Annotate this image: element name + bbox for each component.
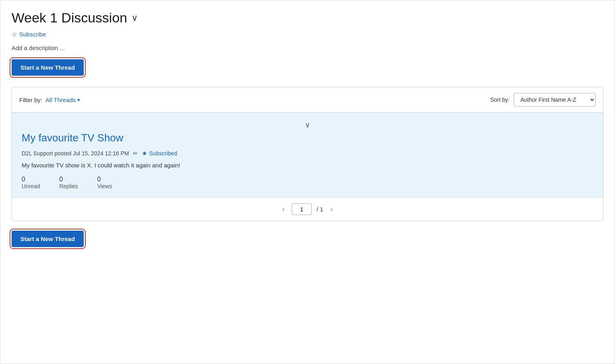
thread-collapse-row: ∨ bbox=[22, 121, 593, 129]
filter-sort-bar: Filter by: All Threads ▾ Sort by: Author… bbox=[12, 87, 603, 113]
subscribe-row: ☆ Subscribe bbox=[12, 30, 603, 38]
page-title-row: Week 1 Discussion ∨ bbox=[12, 10, 603, 26]
thread-title[interactable]: My favourite TV Show bbox=[22, 132, 593, 144]
next-page-button[interactable]: › bbox=[328, 204, 335, 214]
subscribed-label: Subscribed bbox=[149, 150, 177, 157]
views-label: Views bbox=[97, 183, 112, 189]
filter-by-row: Filter by: All Threads ▾ bbox=[19, 97, 80, 103]
thread-posted-text: posted Jul 15, 2024 12:16 PM bbox=[54, 150, 129, 157]
page-total: / 1 bbox=[317, 206, 323, 213]
unread-label: Unread bbox=[22, 183, 40, 189]
thread-collapse-icon[interactable]: ∨ bbox=[305, 121, 310, 129]
sort-by-row: Sort by: Author First Name A-Z Author Fi… bbox=[490, 93, 596, 107]
sort-label: Sort by: bbox=[490, 97, 510, 103]
new-thread-button-top[interactable]: Start a New Thread bbox=[12, 59, 84, 76]
description-text: Add a description ... bbox=[12, 44, 603, 51]
author-name: D2L Support bbox=[22, 150, 53, 157]
subscribed-badge[interactable]: ★ Subscribed bbox=[142, 150, 177, 157]
replies-stat: 0 Replies bbox=[59, 176, 78, 189]
all-threads-dropdown[interactable]: All Threads ▾ bbox=[46, 97, 81, 103]
thread-stats: 0 Unread 0 Replies 0 Views bbox=[22, 176, 593, 189]
star-outline-icon: ☆ bbox=[12, 30, 17, 38]
all-threads-label: All Threads bbox=[46, 97, 76, 103]
replies-label: Replies bbox=[59, 183, 78, 189]
unread-stat: 0 Unread bbox=[22, 176, 40, 189]
thread-list-container: Filter by: All Threads ▾ Sort by: Author… bbox=[12, 87, 603, 221]
star-filled-icon: ★ bbox=[142, 150, 147, 157]
filter-chevron-down-icon: ▾ bbox=[77, 97, 80, 103]
page-container: Week 1 Discussion ∨ ☆ Subscribe Add a de… bbox=[0, 0, 615, 364]
title-chevron-down-icon[interactable]: ∨ bbox=[131, 13, 138, 23]
page-number-input[interactable] bbox=[292, 203, 312, 215]
subscribe-link[interactable]: ☆ Subscribe bbox=[12, 30, 46, 38]
edit-pencil-icon[interactable]: ✏ bbox=[133, 150, 138, 157]
thread-item: ∨ My favourite TV Show D2L Support poste… bbox=[12, 113, 603, 197]
sort-select[interactable]: Author First Name A-Z Author First Name … bbox=[514, 93, 596, 107]
subscribe-label: Subscribe bbox=[19, 31, 46, 38]
page-title: Week 1 Discussion bbox=[12, 10, 127, 26]
filter-label: Filter by: bbox=[19, 97, 42, 103]
views-stat: 0 Views bbox=[97, 176, 112, 189]
replies-count: 0 bbox=[59, 176, 63, 183]
bottom-btn-row: Start a New Thread bbox=[12, 231, 603, 247]
new-thread-button-bottom[interactable]: Start a New Thread bbox=[12, 231, 84, 247]
thread-meta: D2L Support posted Jul 15, 2024 12:16 PM… bbox=[22, 150, 593, 157]
prev-page-button[interactable]: ‹ bbox=[280, 204, 287, 214]
views-count: 0 bbox=[97, 176, 101, 183]
pagination-row: ‹ / 1 › bbox=[12, 197, 603, 221]
thread-author: D2L Support posted Jul 15, 2024 12:16 PM bbox=[22, 150, 129, 157]
unread-count: 0 bbox=[22, 176, 25, 183]
thread-content: My favourite TV show is X. I could watch… bbox=[22, 162, 593, 169]
